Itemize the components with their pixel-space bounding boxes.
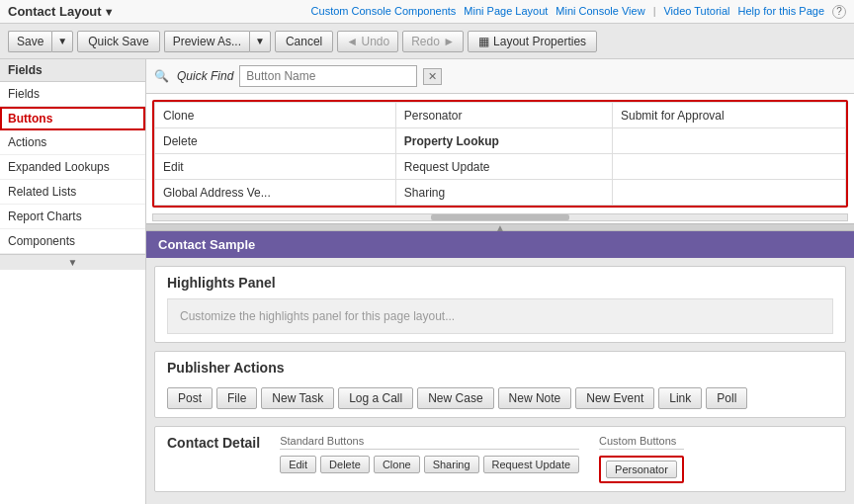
table-cell[interactable]: Delete <box>155 128 396 154</box>
sidebar-item-related-lists[interactable]: Related Lists <box>0 180 145 205</box>
table-cell[interactable] <box>612 180 845 206</box>
table-cell[interactable]: Request Update <box>395 154 612 180</box>
cancel-button[interactable]: Cancel <box>275 31 333 52</box>
standard-buttons-row: EditDeleteCloneSharingRequest Update <box>280 456 579 473</box>
standard-button[interactable]: Edit <box>280 456 316 473</box>
sidebar-item-expanded-lookups[interactable]: Expanded Lookups <box>0 155 145 180</box>
sidebar: Fields Fields Buttons Actions Expanded L… <box>0 59 146 504</box>
table-cell[interactable]: Global Address Ve... <box>155 180 396 206</box>
table-cell[interactable]: Property Lookup <box>395 128 612 154</box>
standard-buttons-label: Standard Buttons <box>280 435 579 450</box>
publisher-action-button[interactable]: Link <box>658 387 702 409</box>
custom-buttons-label: Custom Buttons <box>599 435 684 450</box>
video-tutorial-link[interactable]: Video Tutorial <box>663 5 729 19</box>
save-split-btn[interactable]: Save ▼ <box>8 31 73 52</box>
table-cell[interactable] <box>612 154 845 180</box>
help-icon[interactable]: ? <box>832 5 846 19</box>
table-cell[interactable] <box>612 128 845 154</box>
highlights-panel-title: Highlights Panel <box>155 267 845 294</box>
publisher-action-button[interactable]: File <box>216 387 257 409</box>
custom-buttons-group: Custom Buttons Personator <box>599 435 684 483</box>
sidebar-item-actions[interactable]: Actions <box>0 130 145 155</box>
quick-find-clear-button[interactable]: ✕ <box>423 68 442 85</box>
quick-find-label: Quick Find <box>177 69 233 83</box>
contact-sample-header: Contact Sample <box>146 231 854 258</box>
sidebar-scroll-down[interactable]: ▼ <box>0 254 145 270</box>
dropdown-icon[interactable]: ▼ <box>104 6 115 18</box>
help-page-link[interactable]: Help for this Page <box>738 5 824 19</box>
redo-button[interactable]: Redo ► <box>402 31 464 52</box>
publisher-action-button[interactable]: New Task <box>261 387 334 409</box>
quick-find-input[interactable] <box>239 65 417 87</box>
save-dropdown-arrow[interactable]: ▼ <box>51 31 73 52</box>
custom-buttons-wrapper: Personator <box>599 456 684 483</box>
table-cell[interactable]: Submit for Approval <box>612 103 845 128</box>
main-content: Fields Fields Buttons Actions Expanded L… <box>0 59 854 504</box>
layout-properties-button[interactable]: ▦ Layout Properties <box>468 31 597 52</box>
divider-arrow-icon: ▲ <box>495 223 505 233</box>
right-panel: 🔍 Quick Find ✕ ClonePersonatorSubmit for… <box>146 59 854 504</box>
quick-find-bar: 🔍 Quick Find ✕ <box>146 59 854 94</box>
table-cell[interactable]: Sharing <box>395 180 612 206</box>
sidebar-item-buttons[interactable]: Buttons <box>0 107 145 130</box>
top-nav-links: Custom Console Components Mini Page Layo… <box>311 5 846 19</box>
publisher-action-button[interactable]: New Case <box>417 387 493 409</box>
custom-console-link[interactable]: Custom Console Components <box>311 5 457 19</box>
page-title: Contact Layout <box>8 4 102 19</box>
standard-button[interactable]: Sharing <box>424 456 479 473</box>
custom-buttons-row: Personator <box>606 461 677 478</box>
contact-detail-title: Contact Detail <box>167 435 260 451</box>
quick-save-button[interactable]: Quick Save <box>77 31 159 52</box>
table-cell[interactable]: Edit <box>155 154 396 180</box>
preview-dropdown-arrow[interactable]: ▼ <box>249 31 271 52</box>
publisher-actions-row: PostFileNew TaskLog a CallNew CaseNew No… <box>155 379 845 417</box>
save-button[interactable]: Save <box>8 31 51 52</box>
standard-buttons-group: Standard Buttons EditDeleteCloneSharingR… <box>280 435 579 473</box>
custom-button[interactable]: Personator <box>606 461 677 478</box>
publisher-actions-section: Publisher Actions PostFileNew TaskLog a … <box>154 351 846 418</box>
undo-button[interactable]: ◄ Undo <box>337 31 398 52</box>
contact-detail-section: Contact Detail Standard Buttons EditDele… <box>154 426 846 492</box>
publisher-action-button[interactable]: Log a Call <box>338 387 413 409</box>
lower-area: ▲ Contact Sample Highlights Panel Custom… <box>146 223 854 504</box>
mini-page-link[interactable]: Mini Page Layout <box>464 5 548 19</box>
standard-button[interactable]: Delete <box>320 456 370 473</box>
table-cell[interactable]: Clone <box>155 103 396 128</box>
mini-console-link[interactable]: Mini Console View <box>555 5 644 19</box>
buttons-table: ClonePersonatorSubmit for ApprovalDelete… <box>154 102 846 206</box>
publisher-action-button[interactable]: New Note <box>498 387 572 409</box>
sidebar-header: Fields <box>0 59 145 82</box>
table-cell[interactable]: Personator <box>395 103 612 128</box>
top-nav-bar: Contact Layout ▼ Custom Console Componen… <box>0 0 854 24</box>
sidebar-item-fields[interactable]: Fields <box>0 82 145 107</box>
search-icon: 🔍 <box>154 69 169 83</box>
publisher-actions-title: Publisher Actions <box>155 352 845 379</box>
sidebar-item-report-charts[interactable]: Report Charts <box>0 205 145 229</box>
publisher-action-button[interactable]: Post <box>167 387 213 409</box>
layout-props-icon: ▦ <box>478 35 489 48</box>
highlights-panel-section: Highlights Panel Customize the highlight… <box>154 266 846 343</box>
page-title-area: Contact Layout ▼ <box>8 4 115 19</box>
publisher-action-button[interactable]: Poll <box>706 387 747 409</box>
highlights-panel-area: Customize the highlights panel for this … <box>167 298 833 334</box>
scroll-bar[interactable] <box>152 213 848 221</box>
sidebar-item-components[interactable]: Components <box>0 229 145 254</box>
preview-as-button[interactable]: Preview As... <box>164 31 249 52</box>
toolbar: Save ▼ Quick Save Preview As... ▼ Cancel… <box>0 24 854 59</box>
preview-split-btn[interactable]: Preview As... ▼ <box>164 31 271 52</box>
standard-button[interactable]: Request Update <box>483 456 580 473</box>
publisher-action-button[interactable]: New Event <box>575 387 654 409</box>
standard-button[interactable]: Clone <box>374 456 420 473</box>
buttons-grid-container: ClonePersonatorSubmit for ApprovalDelete… <box>152 100 848 208</box>
layout-props-label: Layout Properties <box>493 35 586 48</box>
section-divider: ▲ <box>146 223 854 231</box>
contact-detail-header: Contact Detail Standard Buttons EditDele… <box>155 427 845 491</box>
nav-separator: | <box>653 5 656 19</box>
